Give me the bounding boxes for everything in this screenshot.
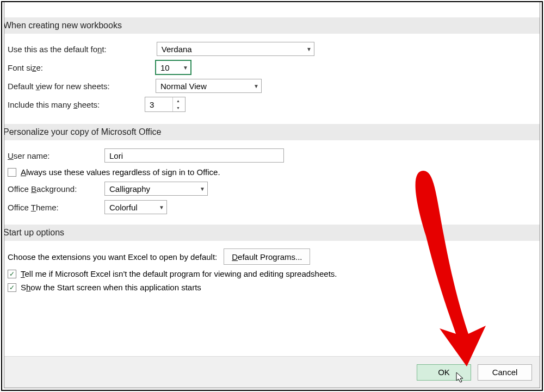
always-checkbox[interactable] (8, 168, 16, 177)
sheets-input[interactable] (145, 97, 172, 111)
show-start-label: Show the Start screen when this applicat… (21, 283, 201, 292)
spinner-up-icon[interactable]: ▲ (173, 97, 183, 104)
cancel-button[interactable]: Cancel (478, 364, 532, 381)
user-name-label: User name: (8, 151, 84, 160)
default-programs-button[interactable]: Default Programs... (224, 248, 310, 265)
chevron-down-icon: ▼ (183, 65, 188, 71)
tell-me-checkbox[interactable]: ✓ (8, 270, 16, 278)
ok-button[interactable]: OK (417, 364, 471, 381)
font-size-combo[interactable]: 10 ▼ (156, 60, 191, 74)
office-theme-label: Office Theme: (8, 203, 84, 212)
font-size-label: Font size: (8, 63, 106, 72)
section-header-startup: Start up options (4, 225, 540, 241)
default-font-combo[interactable]: Verdana ▼ (157, 42, 314, 56)
spinner-down-icon[interactable]: ▼ (173, 104, 183, 111)
sheets-spinner[interactable]: ▲ ▼ (145, 97, 186, 112)
sheets-label: Include this many sheets: (8, 100, 122, 109)
office-theme-combo[interactable]: Colorful ▼ (104, 200, 167, 214)
section-header-workbooks: When creating new workbooks (4, 17, 540, 34)
section-header-personalize: Personalize your copy of Microsoft Offic… (4, 124, 540, 140)
user-name-input[interactable] (104, 148, 284, 163)
choose-extensions-label: Choose the extensions you want Excel to … (8, 252, 217, 262)
office-background-combo[interactable]: Calligraphy ▼ (104, 182, 208, 196)
default-view-combo[interactable]: Normal View ▼ (156, 79, 262, 93)
office-background-label: Office Background: (8, 184, 84, 194)
font-label: Use this as the default font: (8, 45, 107, 54)
default-view-label: Default view for new sheets: (8, 82, 122, 91)
show-start-checkbox[interactable]: ✓ (8, 283, 16, 292)
chevron-down-icon: ▼ (306, 46, 312, 52)
tell-me-label: Tell me if Microsoft Excel isn't the def… (21, 269, 337, 278)
always-label: Always use these values regardless of si… (21, 167, 220, 177)
chevron-down-icon: ▼ (200, 186, 205, 192)
chevron-down-icon: ▼ (254, 83, 259, 89)
chevron-down-icon: ▼ (159, 204, 164, 210)
button-bar: OK Cancel (4, 356, 540, 388)
